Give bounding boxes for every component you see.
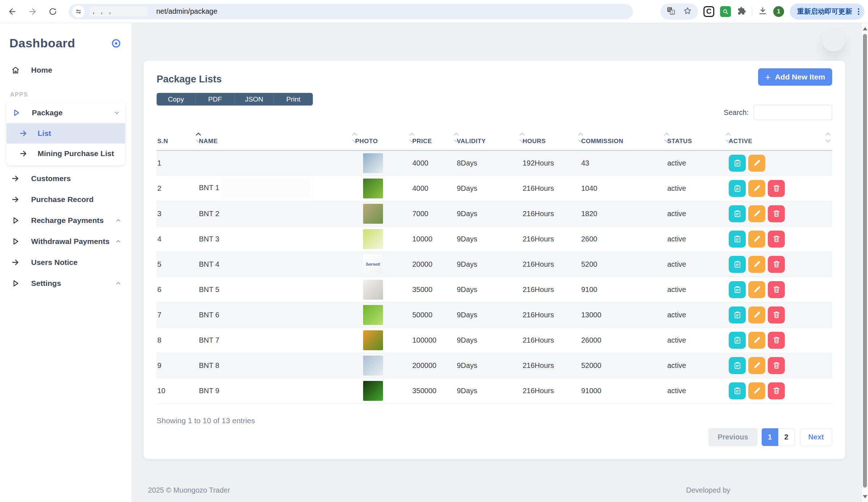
translate-icon[interactable]: G文 xyxy=(667,7,675,17)
column-header-active[interactable]: ACTIVE xyxy=(728,130,832,150)
edit-button[interactable] xyxy=(748,332,765,349)
column-header-commission[interactable]: COMMISSION xyxy=(580,130,667,150)
view-button[interactable] xyxy=(729,306,746,323)
edit-button[interactable] xyxy=(748,231,765,248)
add-new-item-button[interactable]: + Add New Item xyxy=(758,68,832,86)
forward-icon[interactable] xyxy=(25,4,41,20)
active-cell xyxy=(728,302,832,327)
print-button[interactable]: Print xyxy=(274,93,313,106)
scrollbar-thumb[interactable] xyxy=(863,34,867,488)
delete-button[interactable] xyxy=(768,281,785,298)
package-photo-green-sprout xyxy=(363,179,383,198)
json-button[interactable]: JSON xyxy=(235,93,274,106)
sidebar-pin-icon[interactable] xyxy=(111,38,122,49)
search-input[interactable] xyxy=(754,105,832,120)
scroll-up-icon[interactable] xyxy=(862,24,868,33)
clipboard-icon xyxy=(733,209,742,218)
row-actions xyxy=(729,180,832,197)
profile-avatar[interactable]: 1 xyxy=(773,6,784,17)
previous-page-button[interactable]: Previous xyxy=(709,428,757,446)
view-button[interactable] xyxy=(729,357,746,374)
trash-icon xyxy=(772,260,781,269)
delete-button[interactable] xyxy=(768,382,785,399)
edit-button[interactable] xyxy=(748,357,765,374)
next-page-button[interactable]: Next xyxy=(800,428,832,446)
page-2-button[interactable]: 2 xyxy=(778,428,795,446)
clipboard-icon xyxy=(733,235,742,243)
copy-button[interactable]: Copy xyxy=(157,93,196,106)
view-button[interactable] xyxy=(729,382,746,399)
column-header-status[interactable]: STATUS xyxy=(667,130,728,150)
sidebar-item-home[interactable]: Home xyxy=(0,60,132,81)
sidebar-item-package[interactable]: Package xyxy=(7,102,125,123)
column-header-photo[interactable]: PHOTO xyxy=(354,130,412,150)
commission-cell: 43 xyxy=(580,150,667,176)
sort-icons xyxy=(825,132,831,143)
edit-button[interactable] xyxy=(748,180,765,197)
row-actions xyxy=(729,205,832,222)
delete-button[interactable] xyxy=(768,306,785,323)
pagination: Previous 1 2 Next xyxy=(709,428,832,446)
edit-button[interactable] xyxy=(748,306,765,323)
back-icon[interactable] xyxy=(4,4,20,20)
page-1-button[interactable]: 1 xyxy=(762,428,778,446)
edit-button[interactable] xyxy=(748,382,765,399)
delete-button[interactable] xyxy=(768,256,785,273)
name-cell: BNT 3 xyxy=(198,226,354,252)
sidebar-item-customers[interactable]: Customers xyxy=(0,168,132,189)
column-header-validity[interactable]: VALIDITY xyxy=(456,130,522,150)
reload-icon[interactable] xyxy=(45,4,61,20)
edit-button[interactable] xyxy=(748,155,765,172)
page-scrollbar[interactable] xyxy=(861,23,868,502)
column-header-price[interactable]: PRICE xyxy=(412,130,456,150)
view-button[interactable] xyxy=(729,256,746,273)
sn-cell: 4 xyxy=(157,226,198,252)
sidebar-item-list[interactable]: List xyxy=(7,123,125,143)
view-button[interactable] xyxy=(729,155,746,172)
column-header-sn[interactable]: S.N xyxy=(157,130,198,150)
view-button[interactable] xyxy=(729,205,746,222)
delete-button[interactable] xyxy=(768,205,785,222)
table-row: 6BNT 5350009Days216Hours9100active xyxy=(157,277,832,302)
table-row: 7BNT 6500009Days216Hours13000active xyxy=(157,302,832,327)
extension-c-icon[interactable]: C xyxy=(703,6,714,17)
status-cell: active xyxy=(667,277,728,302)
validity-cell: 9Days xyxy=(456,378,522,403)
bookmark-star-icon[interactable] xyxy=(683,7,692,17)
column-header-hours[interactable]: HOURS xyxy=(522,130,580,150)
validity-cell: 9Days xyxy=(456,327,522,353)
sidebar-item-mining-purchase-list[interactable]: Mining Purchase List xyxy=(7,143,125,164)
extensions-puzzle-icon[interactable] xyxy=(737,6,746,17)
edit-button[interactable] xyxy=(748,205,765,222)
site-settings-icon[interactable] xyxy=(72,5,85,18)
edit-button[interactable] xyxy=(748,256,765,273)
svg-text:文: 文 xyxy=(671,10,674,14)
photo-cell: barnett xyxy=(354,252,412,277)
delete-button[interactable] xyxy=(768,332,785,349)
trash-icon xyxy=(772,336,781,344)
browser-update-button[interactable]: 重新启动即可更新 xyxy=(790,4,864,20)
delete-button[interactable] xyxy=(768,231,785,248)
delete-button[interactable] xyxy=(768,180,785,197)
sidebar-item-withdrawal-payments[interactable]: Withdrawal Payments xyxy=(0,231,132,252)
name-cell: BNT 1 xyxy=(198,176,354,201)
view-button[interactable] xyxy=(729,281,746,298)
view-button[interactable] xyxy=(729,231,746,248)
delete-button[interactable] xyxy=(768,357,785,374)
view-button[interactable] xyxy=(729,180,746,197)
sidebar-item-recharge-payments[interactable]: Recharge Payments xyxy=(0,210,132,231)
sidebar-item-users-notice[interactable]: Users Notice xyxy=(0,252,132,273)
sidebar-item-settings[interactable]: Settings xyxy=(0,273,132,294)
view-button[interactable] xyxy=(729,332,746,349)
column-header-name[interactable]: NAME xyxy=(198,130,354,150)
scroll-down-icon[interactable] xyxy=(862,492,868,501)
downloads-icon[interactable] xyxy=(758,6,767,17)
edit-button[interactable] xyxy=(748,281,765,298)
extension-search-icon[interactable] xyxy=(720,6,731,17)
menu-kebab-icon[interactable] xyxy=(858,8,859,15)
sidebar-item-purchase-record[interactable]: Purchase Record xyxy=(0,189,132,210)
chevron-down-icon xyxy=(114,110,120,116)
pdf-button[interactable]: PDF xyxy=(196,93,235,106)
address-bar[interactable]: , , , net/admin/package xyxy=(69,4,633,19)
scroll-decoration xyxy=(822,28,845,51)
